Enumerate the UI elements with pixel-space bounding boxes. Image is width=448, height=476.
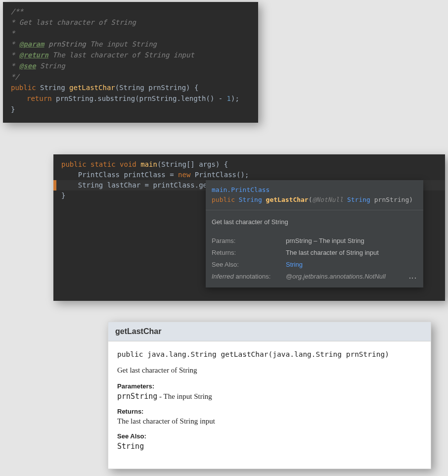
javadoc-signature: public java.lang.String getLastChar(java… [117,350,422,358]
javadoc-source-panel: /** * Get last character of String * * @… [3,2,258,123]
method-name: getLastChar [69,84,115,92]
brace-close: } [11,104,250,115]
param-name: prnString [48,40,86,48]
doc-param-line: * @param prnString The input String [11,39,250,49]
see-tag: @see [19,62,36,70]
tooltip-desc: Get last character of String [212,216,417,228]
see-also-value: String [117,442,422,451]
tooltip-body: Get last character of String Params:prnS… [206,210,423,287]
javadoc-description: Get last character of String [117,366,422,375]
returns-value: The last character of String input [117,417,422,426]
breakpoint-gutter-icon[interactable] [53,180,56,190]
tooltip-params-label: Params: [212,235,286,247]
see-text: String [36,62,65,70]
code-line-2[interactable]: PrintClass printClass = new PrintClass()… [53,170,445,180]
return-text: The last character of String input [48,51,194,59]
code-line-1[interactable]: public static void main(String[] args) { [53,159,445,170]
doc-see-line: * @see String [11,60,250,71]
doc-open: /** [11,6,250,17]
params-value: prnString - The input String [117,392,422,401]
doc-desc: * Get last character of String [11,17,250,28]
doc-return-line: * @return The last character of String i… [11,49,250,60]
method-signature-line: public String getLastChar(String prnStri… [11,82,250,93]
doc-close: */ [11,71,250,82]
return-tag: @return [19,51,48,59]
tooltip-params-value: prnString – The input String [286,235,364,247]
doc-blank: * [11,28,250,39]
tooltip-returns-value: The last character of String input [286,247,379,259]
params-title: Parameters: [117,382,422,390]
tooltip-method: getLastChar [266,196,309,203]
tooltip-header: main.PrintClass public String getLastCha… [206,180,423,210]
tooltip-returns-label: Returns: [212,247,286,259]
tooltip-see-label: See Also: [212,259,286,271]
returns-title: Returns: [117,408,422,415]
editor-panel[interactable]: public static void main(String[] args) {… [53,154,445,301]
method-body-line: return prnString.substring(prnString.len… [11,93,250,104]
tooltip-class: main.PrintClass [212,186,269,193]
tooltip-see-link[interactable]: String [286,259,303,271]
javadoc-html-panel: getLastChar public java.lang.String getL… [108,322,431,469]
param-tag: @param [19,40,45,48]
quick-doc-tooltip: main.PrintClass public String getLastCha… [206,180,423,287]
more-actions-icon[interactable]: ⋮ [406,274,418,283]
javadoc-method-header: getLastChar [108,322,431,341]
tooltip-inferred-ann: @org.jetbrains.annotations.NotNull [286,271,386,283]
see-also-title: See Also: [117,432,422,440]
param-text: The input String [86,40,157,48]
